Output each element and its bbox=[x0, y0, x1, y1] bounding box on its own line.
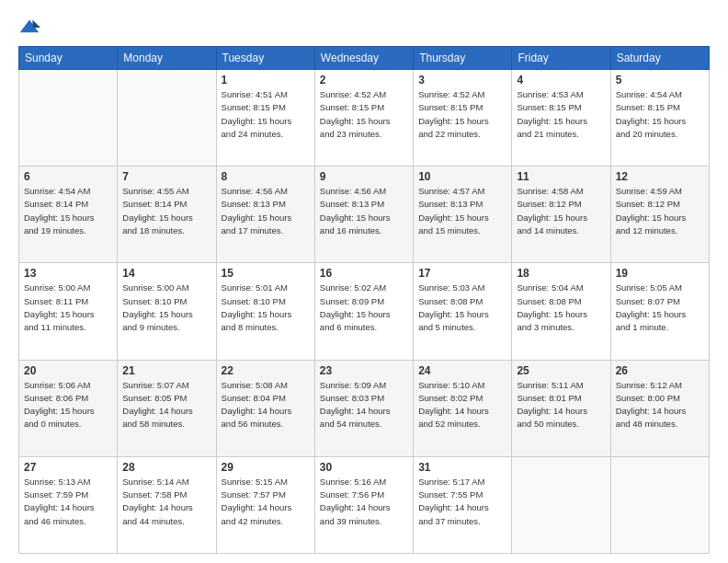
day-info: Sunrise: 4:54 AM Sunset: 8:15 PM Dayligh… bbox=[616, 88, 704, 141]
day-info: Sunrise: 5:11 AM Sunset: 8:01 PM Dayligh… bbox=[517, 379, 605, 431]
calendar-week-row: 20Sunrise: 5:06 AM Sunset: 8:06 PM Dayli… bbox=[19, 360, 710, 456]
page: SundayMondayTuesdayWednesdayThursdayFrid… bbox=[0, 0, 728, 563]
calendar-cell: 3Sunrise: 4:52 AM Sunset: 8:15 PM Daylig… bbox=[414, 70, 512, 167]
weekday-header-thursday: Thursday bbox=[414, 47, 512, 70]
day-info: Sunrise: 4:53 AM Sunset: 8:15 PM Dayligh… bbox=[517, 88, 605, 141]
calendar-cell bbox=[118, 70, 216, 167]
calendar-cell: 8Sunrise: 4:56 AM Sunset: 8:13 PM Daylig… bbox=[216, 167, 314, 263]
day-number: 8 bbox=[222, 170, 310, 183]
day-info: Sunrise: 4:55 AM Sunset: 8:14 PM Dayligh… bbox=[122, 185, 210, 237]
day-number: 2 bbox=[320, 74, 408, 86]
calendar-week-row: 6Sunrise: 4:54 AM Sunset: 8:14 PM Daylig… bbox=[19, 167, 710, 263]
day-number: 7 bbox=[122, 170, 210, 183]
day-number: 24 bbox=[418, 364, 506, 377]
calendar-cell: 17Sunrise: 5:03 AM Sunset: 8:08 PM Dayli… bbox=[414, 263, 512, 360]
calendar-cell: 26Sunrise: 5:12 AM Sunset: 8:00 PM Dayli… bbox=[610, 360, 709, 456]
day-number: 25 bbox=[517, 364, 605, 377]
weekday-header-wednesday: Wednesday bbox=[314, 47, 413, 70]
day-number: 12 bbox=[616, 170, 704, 183]
day-info: Sunrise: 5:14 AM Sunset: 7:58 PM Dayligh… bbox=[122, 476, 210, 528]
weekday-header-tuesday: Tuesday bbox=[216, 47, 314, 70]
day-info: Sunrise: 4:51 AM Sunset: 8:15 PM Dayligh… bbox=[222, 88, 310, 141]
calendar-cell: 30Sunrise: 5:16 AM Sunset: 7:56 PM Dayli… bbox=[314, 456, 413, 553]
calendar-cell: 14Sunrise: 5:00 AM Sunset: 8:10 PM Dayli… bbox=[118, 263, 216, 360]
day-number: 13 bbox=[24, 267, 112, 280]
day-number: 21 bbox=[122, 364, 210, 377]
day-info: Sunrise: 5:17 AM Sunset: 7:55 PM Dayligh… bbox=[418, 476, 506, 528]
day-number: 10 bbox=[418, 170, 506, 183]
calendar-cell: 31Sunrise: 5:17 AM Sunset: 7:55 PM Dayli… bbox=[414, 456, 512, 553]
weekday-header-row: SundayMondayTuesdayWednesdayThursdayFrid… bbox=[19, 47, 710, 70]
calendar-cell: 12Sunrise: 4:59 AM Sunset: 8:12 PM Dayli… bbox=[610, 167, 709, 263]
day-number: 31 bbox=[418, 461, 506, 474]
calendar-cell: 22Sunrise: 5:08 AM Sunset: 8:04 PM Dayli… bbox=[216, 360, 314, 456]
day-info: Sunrise: 4:54 AM Sunset: 8:14 PM Dayligh… bbox=[24, 185, 112, 237]
calendar-cell bbox=[19, 70, 118, 167]
calendar-cell: 18Sunrise: 5:04 AM Sunset: 8:08 PM Dayli… bbox=[512, 263, 610, 360]
weekday-header-saturday: Saturday bbox=[610, 47, 709, 70]
weekday-header-sunday: Sunday bbox=[19, 47, 118, 70]
calendar-cell: 11Sunrise: 4:58 AM Sunset: 8:12 PM Dayli… bbox=[512, 167, 610, 263]
weekday-header-friday: Friday bbox=[512, 47, 610, 70]
day-number: 30 bbox=[320, 461, 408, 474]
day-info: Sunrise: 4:56 AM Sunset: 8:13 PM Dayligh… bbox=[320, 185, 408, 237]
day-info: Sunrise: 5:05 AM Sunset: 8:07 PM Dayligh… bbox=[616, 282, 704, 334]
day-info: Sunrise: 4:52 AM Sunset: 8:15 PM Dayligh… bbox=[418, 88, 506, 141]
day-number: 26 bbox=[616, 364, 704, 377]
calendar-cell: 7Sunrise: 4:55 AM Sunset: 8:14 PM Daylig… bbox=[118, 167, 216, 263]
calendar-cell: 23Sunrise: 5:09 AM Sunset: 8:03 PM Dayli… bbox=[314, 360, 413, 456]
day-number: 15 bbox=[222, 267, 310, 280]
day-info: Sunrise: 4:56 AM Sunset: 8:13 PM Dayligh… bbox=[222, 185, 310, 237]
logo bbox=[18, 17, 44, 39]
day-number: 20 bbox=[24, 364, 112, 377]
calendar-cell: 25Sunrise: 5:11 AM Sunset: 8:01 PM Dayli… bbox=[512, 360, 610, 456]
calendar-cell: 2Sunrise: 4:52 AM Sunset: 8:15 PM Daylig… bbox=[314, 70, 413, 167]
day-info: Sunrise: 4:52 AM Sunset: 8:15 PM Dayligh… bbox=[320, 88, 408, 141]
day-info: Sunrise: 4:58 AM Sunset: 8:12 PM Dayligh… bbox=[517, 185, 605, 237]
day-info: Sunrise: 5:00 AM Sunset: 8:10 PM Dayligh… bbox=[122, 282, 210, 334]
day-info: Sunrise: 5:02 AM Sunset: 8:09 PM Dayligh… bbox=[320, 282, 408, 334]
day-info: Sunrise: 5:04 AM Sunset: 8:08 PM Dayligh… bbox=[517, 282, 605, 334]
day-number: 14 bbox=[122, 267, 210, 280]
day-info: Sunrise: 5:00 AM Sunset: 8:11 PM Dayligh… bbox=[24, 282, 112, 334]
day-number: 6 bbox=[24, 170, 112, 183]
calendar-cell: 9Sunrise: 4:56 AM Sunset: 8:13 PM Daylig… bbox=[314, 167, 413, 263]
day-number: 11 bbox=[517, 170, 605, 183]
calendar-cell: 27Sunrise: 5:13 AM Sunset: 7:59 PM Dayli… bbox=[19, 456, 118, 553]
svg-marker-1 bbox=[32, 19, 40, 28]
calendar-cell: 6Sunrise: 4:54 AM Sunset: 8:14 PM Daylig… bbox=[19, 167, 118, 263]
day-number: 28 bbox=[122, 461, 210, 474]
day-info: Sunrise: 4:57 AM Sunset: 8:13 PM Dayligh… bbox=[418, 185, 506, 237]
day-number: 23 bbox=[320, 364, 408, 377]
day-number: 27 bbox=[24, 461, 112, 474]
calendar-cell: 19Sunrise: 5:05 AM Sunset: 8:07 PM Dayli… bbox=[610, 263, 709, 360]
calendar-cell: 4Sunrise: 4:53 AM Sunset: 8:15 PM Daylig… bbox=[512, 70, 610, 167]
day-info: Sunrise: 5:10 AM Sunset: 8:02 PM Dayligh… bbox=[418, 379, 506, 431]
weekday-header-monday: Monday bbox=[118, 47, 216, 70]
calendar-cell: 29Sunrise: 5:15 AM Sunset: 7:57 PM Dayli… bbox=[216, 456, 314, 553]
calendar-cell: 13Sunrise: 5:00 AM Sunset: 8:11 PM Dayli… bbox=[19, 263, 118, 360]
calendar-cell: 16Sunrise: 5:02 AM Sunset: 8:09 PM Dayli… bbox=[314, 263, 413, 360]
day-number: 17 bbox=[418, 267, 506, 280]
calendar-table: SundayMondayTuesdayWednesdayThursdayFrid… bbox=[18, 46, 710, 554]
calendar-cell bbox=[512, 456, 610, 553]
logo-icon bbox=[18, 17, 40, 39]
day-number: 22 bbox=[222, 364, 310, 377]
day-info: Sunrise: 5:16 AM Sunset: 7:56 PM Dayligh… bbox=[320, 476, 408, 528]
calendar-cell: 21Sunrise: 5:07 AM Sunset: 8:05 PM Dayli… bbox=[118, 360, 216, 456]
day-info: Sunrise: 5:08 AM Sunset: 8:04 PM Dayligh… bbox=[222, 379, 310, 431]
day-info: Sunrise: 5:12 AM Sunset: 8:00 PM Dayligh… bbox=[616, 379, 704, 431]
calendar-cell: 15Sunrise: 5:01 AM Sunset: 8:10 PM Dayli… bbox=[216, 263, 314, 360]
calendar-cell: 20Sunrise: 5:06 AM Sunset: 8:06 PM Dayli… bbox=[19, 360, 118, 456]
calendar-week-row: 13Sunrise: 5:00 AM Sunset: 8:11 PM Dayli… bbox=[19, 263, 710, 360]
day-number: 18 bbox=[517, 267, 605, 280]
day-number: 5 bbox=[616, 74, 704, 86]
day-number: 16 bbox=[320, 267, 408, 280]
calendar-cell: 28Sunrise: 5:14 AM Sunset: 7:58 PM Dayli… bbox=[118, 456, 216, 553]
calendar-cell: 1Sunrise: 4:51 AM Sunset: 8:15 PM Daylig… bbox=[216, 70, 314, 167]
day-number: 3 bbox=[418, 74, 506, 86]
calendar-cell: 24Sunrise: 5:10 AM Sunset: 8:02 PM Dayli… bbox=[414, 360, 512, 456]
day-number: 19 bbox=[616, 267, 704, 280]
day-number: 9 bbox=[320, 170, 408, 183]
calendar-cell: 10Sunrise: 4:57 AM Sunset: 8:13 PM Dayli… bbox=[414, 167, 512, 263]
